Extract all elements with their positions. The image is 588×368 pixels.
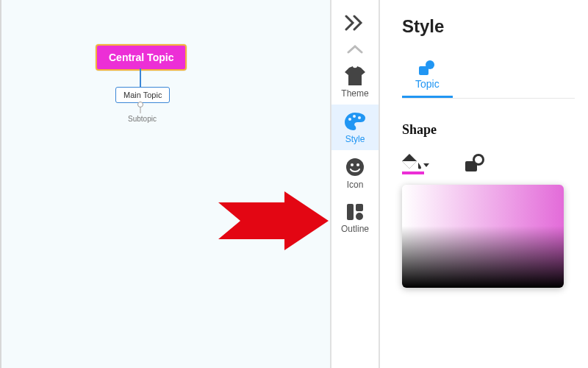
svg-point-6 (356, 163, 359, 166)
panel-title: Style (402, 16, 575, 37)
layout-icon (346, 203, 364, 221)
smiley-icon (345, 158, 365, 177)
shape-picker-button[interactable] (465, 154, 486, 174)
style-panel: Style Topic Shape (380, 0, 588, 368)
ribbon-item-style[interactable]: Style (331, 105, 379, 150)
svg-point-1 (348, 118, 351, 121)
svg-point-3 (358, 116, 361, 119)
svg-marker-0 (218, 191, 329, 250)
fill-color-button[interactable] (402, 154, 430, 174)
tab-label: Topic (415, 78, 440, 90)
tab-topic[interactable]: Topic (402, 56, 453, 98)
ribbon-item-theme[interactable]: Theme (331, 59, 379, 105)
svg-point-11 (426, 60, 434, 69)
side-ribbon: Theme Style Icon Outline (330, 0, 380, 368)
ribbon-label: Outline (341, 224, 369, 234)
annotation-arrow-icon (218, 191, 329, 250)
svg-point-5 (351, 163, 354, 166)
svg-point-9 (356, 213, 363, 220)
shape-combo-icon (465, 154, 486, 171)
color-gradient-picker[interactable] (402, 185, 564, 288)
shirt-icon (345, 66, 365, 85)
palette-icon (344, 112, 366, 131)
paint-bucket-icon (402, 154, 421, 170)
section-heading-shape: Shape (402, 122, 575, 138)
svg-rect-8 (356, 204, 363, 211)
svg-point-4 (346, 158, 364, 176)
shape-controls (402, 154, 575, 174)
ribbon-item-icon[interactable]: Icon (331, 150, 379, 196)
topic-shape-icon (419, 60, 435, 75)
ribbon-item-outline[interactable]: Outline (331, 196, 379, 240)
chevron-up-icon (347, 44, 363, 54)
scroll-up-button[interactable] (331, 41, 379, 59)
connector-handle[interactable] (137, 102, 143, 107)
double-chevron-right-icon (345, 15, 365, 31)
panel-tabs: Topic (402, 56, 575, 99)
main-topic-node[interactable]: Main Topic (115, 87, 170, 103)
ribbon-label: Style (345, 134, 365, 144)
svg-point-14 (475, 156, 482, 163)
fill-color-swatch (402, 171, 424, 174)
central-topic-node[interactable]: Central Topic (96, 44, 187, 71)
svg-rect-7 (347, 204, 354, 220)
caret-down-icon (423, 163, 430, 169)
ribbon-label: Icon (347, 180, 364, 190)
svg-point-2 (353, 115, 356, 118)
subtopic-node[interactable]: Subtopic (128, 115, 157, 123)
collapse-button[interactable] (331, 9, 379, 41)
node-connector (140, 68, 141, 87)
ribbon-label: Theme (341, 88, 368, 99)
